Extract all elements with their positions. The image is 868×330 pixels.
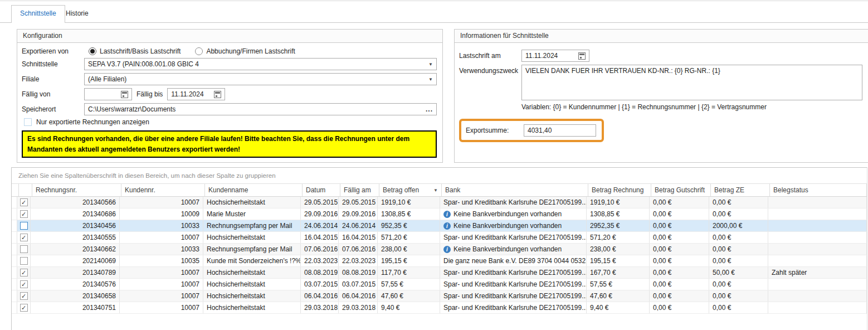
row-select-cell: ✓ (17, 267, 31, 278)
table-row[interactable]: ✓20134056610007Hochsicherheitstakt29.05.… (12, 197, 867, 208)
radio-lastschrift-basis-label[interactable]: Lastschrift/Basis Lastschrift (100, 47, 181, 55)
row-checkbox[interactable]: ✓ (20, 269, 28, 276)
cell-betrag-rechnung: 238,00 € (587, 244, 650, 255)
cell-kundenname: Hochsicherheitstakt (203, 279, 301, 290)
tab-historie[interactable]: Historie (57, 6, 97, 23)
cell-text: 0,00 € (653, 292, 671, 300)
table-row[interactable]: 20134045610033Rechnungsempfang per Mail2… (12, 220, 867, 232)
cell-betrag-gutschrift: 0,00 € (650, 244, 709, 255)
lastschrift-am-input[interactable]: 11.11.2024 (521, 50, 589, 62)
cell-bank: Spar- und Kreditbank Karlsruhe DE2170051… (440, 197, 587, 208)
row-checkbox[interactable]: ✓ (20, 280, 28, 288)
cell-text: Keine Bankverbindungen vorhanden (453, 210, 562, 218)
cell-betrag-ze: 50,00 € (709, 267, 768, 278)
cell-belegstatus: Zahlt später (768, 267, 867, 278)
cell-kundenname: Marie Muster (203, 208, 301, 220)
column-header-label: Fällig am (344, 186, 371, 194)
exportsumme-input[interactable]: 4031,40 (524, 124, 596, 137)
cell-betrag-gutschrift: 0,00 € (650, 267, 709, 278)
speicherort-input[interactable]: C:\Users\warratzr\Documents ... (84, 103, 437, 115)
cell-text: 571,20 € (381, 234, 407, 241)
row-indicator (12, 267, 17, 278)
konfiguration-panel-title: Konfiguration (17, 30, 442, 43)
row-checkbox[interactable] (20, 245, 28, 253)
column-header-datum[interactable]: Datum (303, 184, 340, 196)
tabstrip-divider (0, 22, 868, 23)
cell-kundennr: 10009 (120, 208, 203, 220)
cell-text: 201340686 (82, 210, 116, 218)
chevron-down-icon[interactable]: ▼ (425, 77, 433, 82)
row-checkbox[interactable]: ✓ (20, 234, 28, 241)
cell-text: 29.09.2016 (342, 210, 376, 218)
cell-betrag-rechnung: 1308,85 € (587, 208, 650, 220)
cell-betrag-offen: 47,60 € (378, 290, 440, 302)
cell-rechnungsnr: 201340662 (31, 244, 120, 255)
calendar-icon[interactable] (578, 52, 586, 60)
nur-exportierte-checkbox[interactable] (24, 118, 32, 126)
cell-betrag-offen: 952,35 € (378, 220, 440, 231)
column-header-betrag-ze[interactable]: Betrag ZE (711, 184, 770, 196)
column-header-label: Datum (306, 186, 325, 194)
column-header-betrag-rechnung[interactable]: Betrag Rechnung (588, 184, 651, 196)
faellig-von-input[interactable] (84, 88, 132, 100)
table-row[interactable]: ✓20134068610009Marie Muster29.09.201629.… (12, 208, 867, 220)
cell-belegstatus (768, 197, 867, 208)
radio-abbuchung-firmen-label[interactable]: Abbuchung/Firmen Lastschrift (206, 47, 295, 55)
column-header-f-llig-am[interactable]: Fällig am (340, 184, 379, 196)
column-header-bank[interactable]: Bank (442, 184, 588, 196)
chevron-down-icon[interactable]: ▼ (425, 62, 433, 67)
column-header-betrag-gutschrift[interactable]: Betrag Gutschrift (651, 184, 711, 196)
cell-bank: Die ganz neue Bank e.V. DE89 3704 0044 0… (440, 255, 587, 266)
row-checkbox[interactable] (20, 257, 28, 265)
cell-faellig: 07.06.2016 (339, 244, 378, 255)
filiale-dropdown[interactable]: (Alle Filialen) ▼ (84, 73, 437, 85)
browse-ellipsis-button[interactable]: ... (422, 105, 433, 113)
cell-betrag-gutschrift: 0,00 € (650, 279, 709, 290)
calendar-icon[interactable] (121, 91, 128, 98)
cell-text: 10007 (181, 234, 199, 241)
cell-rechnungsnr: 201340751 (31, 302, 120, 313)
table-row[interactable]: 20214006910035Kunde mit Sonderzeichen's … (12, 255, 867, 267)
table-row[interactable]: ✓20134055510007Hochsicherheitstakt16.04.… (12, 232, 867, 244)
table-row[interactable]: ✓20134075110007Hochsicherheitstakt29.03.… (12, 302, 867, 314)
cell-betrag-ze: 2000,00 € (709, 220, 768, 231)
cell-text: 201340555 (82, 234, 116, 241)
group-by-band[interactable]: Ziehen Sie eine Spaltenüberschrift in di… (12, 168, 867, 184)
cell-text: 10033 (181, 222, 199, 230)
calendar-icon[interactable] (214, 91, 221, 98)
column-header-belegstatus[interactable]: Belegstatus (770, 184, 867, 196)
row-indicator-column-header[interactable] (12, 184, 19, 196)
cell-betrag-rechnung: 167,70 € (587, 267, 650, 278)
cell-text: 571,20 € (590, 234, 616, 241)
schnittstelle-label: Schnittstelle (22, 60, 84, 68)
radio-lastschrift-basis[interactable] (89, 47, 96, 55)
column-header-rechnungsnr[interactable]: Rechnungsnr. (32, 184, 121, 196)
select-column-header[interactable] (19, 184, 32, 196)
table-row[interactable]: 20134066210033Rechnungsempfang per Mail0… (12, 244, 867, 255)
cell-betrag-rechnung: 195,15 € (587, 255, 650, 266)
column-header-kundennr[interactable]: Kundennr. (121, 184, 205, 196)
table-row[interactable]: ✓20134057610007Hochsicherheitstakt03.07.… (12, 279, 867, 290)
row-checkbox[interactable]: ✓ (20, 292, 28, 300)
cell-rechnungsnr: 201340789 (31, 267, 120, 278)
faellig-bis-input[interactable]: 11.11.2024 (167, 88, 225, 100)
radio-abbuchung-firmen[interactable] (195, 47, 203, 55)
row-select-cell: ✓ (17, 208, 31, 220)
cell-text: 0,00 € (653, 304, 671, 312)
row-checkbox[interactable]: ✓ (20, 210, 28, 218)
row-indicator (12, 208, 17, 220)
column-header-kundenname[interactable]: Kundenname (205, 184, 303, 196)
table-row[interactable]: ✓20134065810007Hochsicherheitstakt06.04.… (12, 290, 867, 302)
nur-exportierte-label[interactable]: Nur exportierte Rechnungen anzeigen (36, 118, 149, 126)
schnittstelle-dropdown[interactable]: SEPA V3.7 (PAIN:008.001.08 GBIC 4 ▼ (84, 58, 437, 70)
cell-kundenname: Hochsicherheitstakt (203, 197, 301, 208)
row-checkbox[interactable] (20, 222, 28, 230)
cell-text: 9,40 € (590, 304, 608, 312)
row-checkbox[interactable]: ✓ (20, 304, 28, 312)
verwendungszweck-textarea[interactable]: VIELEN DANK FUER IHR VERTRAUEN KD-NR.: {… (521, 65, 862, 100)
column-header-betrag-offen[interactable]: Betrag offen▼ (379, 184, 442, 196)
cell-datum: 22.03.2023 (301, 255, 339, 266)
row-checkbox[interactable]: ✓ (20, 198, 28, 206)
cell-text: 0,00 € (713, 210, 731, 218)
table-row[interactable]: ✓20134078910007Hochsicherheitstakt08.08.… (12, 267, 867, 279)
